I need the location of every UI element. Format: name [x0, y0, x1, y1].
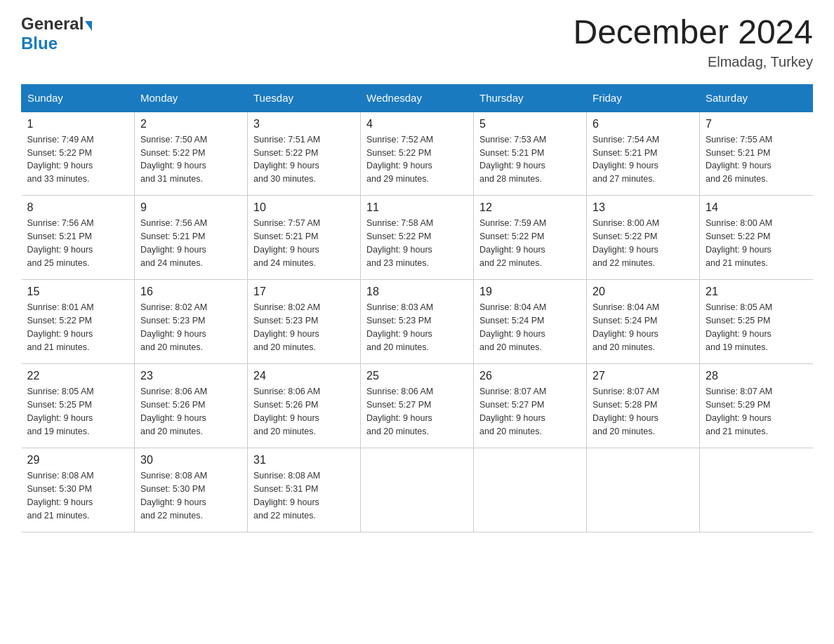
day-number: 10	[253, 201, 355, 214]
day-number: 20	[593, 286, 694, 298]
calendar-cell-day-5: 5Sunrise: 7:53 AMSunset: 5:21 PMDaylight…	[474, 112, 587, 196]
day-info: Sunrise: 7:56 AMSunset: 5:21 PMDaylight:…	[27, 217, 129, 269]
day-number: 6	[593, 118, 694, 130]
calendar-week-row: 8Sunrise: 7:56 AMSunset: 5:21 PMDaylight…	[22, 196, 813, 280]
day-info: Sunrise: 8:07 AMSunset: 5:29 PMDaylight:…	[706, 385, 807, 438]
calendar-cell-day-6: 6Sunrise: 7:54 AMSunset: 5:21 PMDaylight…	[587, 112, 700, 196]
day-number: 11	[366, 201, 468, 214]
day-info: Sunrise: 7:52 AMSunset: 5:22 PMDaylight:…	[366, 133, 468, 186]
calendar-week-row: 15Sunrise: 8:01 AMSunset: 5:22 PMDayligh…	[22, 280, 813, 364]
calendar-cell-empty	[361, 448, 474, 532]
day-number: 28	[706, 370, 807, 382]
day-number: 5	[479, 118, 581, 130]
calendar-cell-day-31: 31Sunrise: 8:08 AMSunset: 5:31 PMDayligh…	[248, 448, 361, 532]
day-info: Sunrise: 7:54 AMSunset: 5:21 PMDaylight:…	[593, 133, 694, 186]
logo: General Blue	[21, 14, 92, 53]
day-number: 25	[366, 370, 468, 382]
day-info: Sunrise: 8:07 AMSunset: 5:27 PMDaylight:…	[479, 385, 581, 438]
day-info: Sunrise: 8:06 AMSunset: 5:27 PMDaylight:…	[366, 385, 468, 438]
day-number: 3	[253, 118, 355, 130]
calendar-cell-day-2: 2Sunrise: 7:50 AMSunset: 5:22 PMDaylight…	[135, 112, 248, 196]
day-number: 21	[706, 286, 807, 298]
calendar-cell-day-24: 24Sunrise: 8:06 AMSunset: 5:26 PMDayligh…	[248, 364, 361, 448]
calendar-cell-day-11: 11Sunrise: 7:58 AMSunset: 5:22 PMDayligh…	[361, 196, 474, 280]
day-number: 12	[479, 201, 581, 214]
calendar-cell-day-22: 22Sunrise: 8:05 AMSunset: 5:25 PMDayligh…	[22, 364, 135, 448]
weekday-header-row: SundayMondayTuesdayWednesdayThursdayFrid…	[22, 84, 813, 112]
day-number: 26	[479, 370, 581, 382]
day-number: 7	[706, 118, 807, 130]
calendar-cell-day-21: 21Sunrise: 8:05 AMSunset: 5:25 PMDayligh…	[700, 280, 813, 364]
location: Elmadag, Turkey	[573, 54, 813, 70]
day-info: Sunrise: 7:59 AMSunset: 5:22 PMDaylight:…	[479, 217, 581, 269]
day-info: Sunrise: 8:06 AMSunset: 5:26 PMDaylight:…	[253, 385, 355, 438]
day-number: 24	[253, 370, 355, 382]
day-info: Sunrise: 7:49 AMSunset: 5:22 PMDaylight:…	[27, 133, 129, 186]
calendar-week-row: 1Sunrise: 7:49 AMSunset: 5:22 PMDaylight…	[22, 112, 813, 196]
weekday-header-friday: Friday	[587, 84, 700, 112]
day-number: 18	[366, 286, 468, 298]
day-info: Sunrise: 8:08 AMSunset: 5:30 PMDaylight:…	[140, 469, 241, 522]
calendar-week-row: 29Sunrise: 8:08 AMSunset: 5:30 PMDayligh…	[22, 448, 813, 532]
calendar-cell-day-19: 19Sunrise: 8:04 AMSunset: 5:24 PMDayligh…	[474, 280, 587, 364]
calendar-table: SundayMondayTuesdayWednesdayThursdayFrid…	[21, 84, 813, 533]
calendar-cell-empty	[700, 448, 813, 532]
calendar-cell-empty	[474, 448, 587, 532]
calendar-cell-day-14: 14Sunrise: 8:00 AMSunset: 5:22 PMDayligh…	[700, 196, 813, 280]
day-info: Sunrise: 8:02 AMSunset: 5:23 PMDaylight:…	[140, 301, 241, 354]
weekday-header-sunday: Sunday	[22, 84, 135, 112]
calendar-cell-day-27: 27Sunrise: 8:07 AMSunset: 5:28 PMDayligh…	[587, 364, 700, 448]
day-info: Sunrise: 7:56 AMSunset: 5:21 PMDaylight:…	[140, 217, 241, 269]
calendar-cell-day-17: 17Sunrise: 8:02 AMSunset: 5:23 PMDayligh…	[248, 280, 361, 364]
day-number: 27	[593, 370, 694, 382]
calendar-cell-day-1: 1Sunrise: 7:49 AMSunset: 5:22 PMDaylight…	[22, 112, 135, 196]
day-info: Sunrise: 8:05 AMSunset: 5:25 PMDaylight:…	[706, 301, 807, 354]
weekday-header-saturday: Saturday	[700, 84, 813, 112]
day-number: 15	[27, 286, 129, 298]
calendar-cell-day-10: 10Sunrise: 7:57 AMSunset: 5:21 PMDayligh…	[248, 196, 361, 280]
calendar-cell-day-13: 13Sunrise: 8:00 AMSunset: 5:22 PMDayligh…	[587, 196, 700, 280]
day-info: Sunrise: 8:06 AMSunset: 5:26 PMDaylight:…	[140, 385, 241, 438]
day-number: 2	[140, 118, 241, 130]
calendar-cell-day-16: 16Sunrise: 8:02 AMSunset: 5:23 PMDayligh…	[135, 280, 248, 364]
calendar-cell-day-12: 12Sunrise: 7:59 AMSunset: 5:22 PMDayligh…	[474, 196, 587, 280]
calendar-cell-day-9: 9Sunrise: 7:56 AMSunset: 5:21 PMDaylight…	[135, 196, 248, 280]
calendar-cell-day-3: 3Sunrise: 7:51 AMSunset: 5:22 PMDaylight…	[248, 112, 361, 196]
day-number: 22	[27, 370, 129, 382]
logo-chevron-icon	[85, 21, 92, 31]
day-info: Sunrise: 8:04 AMSunset: 5:24 PMDaylight:…	[479, 301, 581, 354]
day-info: Sunrise: 8:08 AMSunset: 5:31 PMDaylight:…	[253, 469, 355, 522]
day-info: Sunrise: 7:51 AMSunset: 5:22 PMDaylight:…	[253, 133, 355, 186]
day-info: Sunrise: 8:00 AMSunset: 5:22 PMDaylight:…	[593, 217, 694, 269]
weekday-header-tuesday: Tuesday	[248, 84, 361, 112]
calendar-cell-day-4: 4Sunrise: 7:52 AMSunset: 5:22 PMDaylight…	[361, 112, 474, 196]
day-number: 13	[593, 201, 694, 214]
day-number: 31	[253, 454, 355, 467]
weekday-header-monday: Monday	[135, 84, 248, 112]
day-number: 23	[140, 370, 241, 382]
logo-general-text: General	[21, 14, 84, 34]
day-info: Sunrise: 7:58 AMSunset: 5:22 PMDaylight:…	[366, 217, 468, 269]
day-number: 14	[706, 201, 807, 214]
calendar-cell-day-8: 8Sunrise: 7:56 AMSunset: 5:21 PMDaylight…	[22, 196, 135, 280]
day-info: Sunrise: 7:57 AMSunset: 5:21 PMDaylight:…	[253, 217, 355, 269]
day-number: 17	[253, 286, 355, 298]
day-number: 30	[140, 454, 241, 467]
day-number: 16	[140, 286, 241, 298]
calendar-cell-day-25: 25Sunrise: 8:06 AMSunset: 5:27 PMDayligh…	[361, 364, 474, 448]
day-number: 4	[366, 118, 468, 130]
day-info: Sunrise: 8:03 AMSunset: 5:23 PMDaylight:…	[366, 301, 468, 354]
weekday-header-wednesday: Wednesday	[361, 84, 474, 112]
calendar-cell-day-28: 28Sunrise: 8:07 AMSunset: 5:29 PMDayligh…	[700, 364, 813, 448]
day-info: Sunrise: 7:53 AMSunset: 5:21 PMDaylight:…	[479, 133, 581, 186]
day-info: Sunrise: 8:08 AMSunset: 5:30 PMDaylight:…	[27, 469, 129, 522]
day-info: Sunrise: 8:07 AMSunset: 5:28 PMDaylight:…	[593, 385, 694, 438]
weekday-header-thursday: Thursday	[474, 84, 587, 112]
calendar-cell-day-15: 15Sunrise: 8:01 AMSunset: 5:22 PMDayligh…	[22, 280, 135, 364]
calendar-cell-day-23: 23Sunrise: 8:06 AMSunset: 5:26 PMDayligh…	[135, 364, 248, 448]
calendar-cell-day-29: 29Sunrise: 8:08 AMSunset: 5:30 PMDayligh…	[22, 448, 135, 532]
logo-blue-text: Blue	[21, 34, 92, 53]
calendar-cell-day-7: 7Sunrise: 7:55 AMSunset: 5:21 PMDaylight…	[700, 112, 813, 196]
page-header: General Blue December 2024 Elmadag, Turk…	[21, 14, 813, 70]
calendar-cell-day-30: 30Sunrise: 8:08 AMSunset: 5:30 PMDayligh…	[135, 448, 248, 532]
